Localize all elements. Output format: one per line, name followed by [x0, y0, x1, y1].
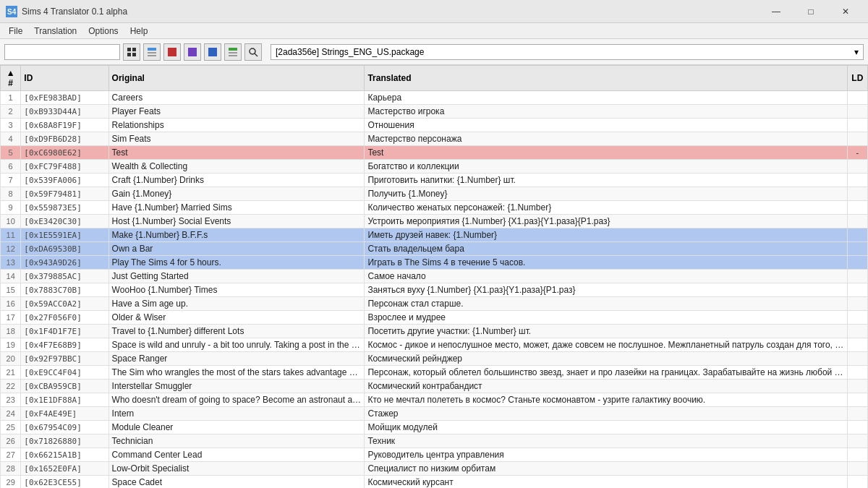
table-body: 1[0xFE983BAD]CareersКарьера2[0xB933D44A]… [1, 91, 868, 489]
table-row[interactable]: 19[0x4F7E68B9]Space is wild and unruly -… [1, 338, 868, 352]
table-row[interactable]: 24[0xF4AE49E]InternСтажер [1, 407, 868, 421]
cell-num: 1 [1, 91, 21, 105]
table-row[interactable]: 6[0xFC79F488]Wealth & CollectingБогатств… [1, 160, 868, 174]
cell-num: 25 [1, 421, 21, 435]
table-row[interactable]: 26[0x71826880]TechnicianТехник [1, 435, 868, 448]
col-header-original[interactable]: Original [109, 66, 365, 91]
table-container[interactable]: ▲ # ID Original Translated LD 1[0xFE983B… [0, 65, 868, 488]
table-row[interactable]: 13[0x943A9D26]Play The Sims 4 for 5 hour… [1, 256, 868, 270]
toolbar-btn-3[interactable] [163, 43, 181, 61]
cell-translated: Карьера [365, 91, 847, 105]
cell-ld [847, 338, 867, 352]
cell-ld [847, 325, 867, 338]
table-row[interactable]: 17[0x27F056F0]Older & WiserВзрослее и му… [1, 311, 868, 325]
cell-id: [0x62E3CE55] [21, 476, 109, 489]
cell-translated: Космический курсант [365, 476, 847, 489]
table-row[interactable]: 12[0xDA69530B]Own a BarСтать владельцем … [1, 242, 868, 256]
table-row[interactable]: 16[0x59ACC0A2]Have a Sim age up.Персонаж… [1, 297, 868, 311]
table-row[interactable]: 10[0xE3420C30]Host {1.Number} Social Eve… [1, 215, 868, 228]
table-row[interactable]: 28[0x1652E0FA]Low-Orbit SpecialistСпециа… [1, 462, 868, 476]
cell-id: [0x379885AC] [21, 270, 109, 283]
toolbar-btn-2[interactable] [143, 43, 161, 61]
table-row[interactable]: 2[0xB933D44A]Player FeatsМастерство игро… [1, 105, 868, 119]
table-row[interactable]: 5[0xC6980E62]TestTest- [1, 146, 868, 160]
cell-translated: Иметь друзей навек: {1.Number} [365, 228, 847, 242]
cell-original: Just Getting Started [109, 270, 365, 283]
table-row[interactable]: 15[0x7883C70B]WooHoo {1.Number} TimesЗан… [1, 283, 868, 297]
cell-translated: Играть в The Sims 4 в течение 5 часов. [365, 256, 847, 270]
cell-ld [847, 421, 867, 435]
cell-translated: Космос - дикое и непослушное место, може… [365, 338, 847, 352]
menu-help[interactable]: Help [124, 25, 154, 38]
cell-translated: Самое начало [365, 270, 847, 283]
col-header-id[interactable]: ID [21, 66, 109, 91]
table-row[interactable]: 23[0x1E1DF88A]Who doesn't dream of going… [1, 393, 868, 407]
table-row[interactable]: 22[0xCBA959CB]Interstellar SmugglerКосми… [1, 380, 868, 393]
cell-translated: Богатство и коллекции [365, 160, 847, 174]
menu-file[interactable]: File [3, 25, 28, 38]
svg-rect-12 [229, 48, 237, 51]
cell-translated: Взрослее и мудрее [365, 311, 847, 325]
table-row[interactable]: 8[0x59F79481]Gain {1.Money}Получить {1.M… [1, 187, 868, 201]
table-row[interactable]: 29[0x62E3CE55]Space CadetКосмический кур… [1, 476, 868, 489]
cell-translated: Устроить мероприятия {1.Number} {X1.раз}… [365, 215, 847, 228]
cell-original: Play The Sims 4 for 5 hours. [109, 256, 365, 270]
cell-ld [847, 476, 867, 489]
toolbar-btn-search[interactable] [244, 43, 262, 61]
cell-ld [847, 283, 867, 297]
table-row[interactable]: 1[0xFE983BAD]CareersКарьера [1, 91, 868, 105]
toolbar-btn-4[interactable] [184, 43, 201, 61]
table-row[interactable]: 9[0x559873E5]Have {1.Number} Married Sim… [1, 201, 868, 215]
svg-rect-7 [148, 52, 156, 53]
toolbar-btn-1[interactable] [123, 43, 140, 61]
svg-rect-14 [229, 55, 237, 56]
menu-options[interactable]: Options [82, 25, 124, 38]
cell-original: Have a Sim age up. [109, 297, 365, 311]
col-header-translated[interactable]: Translated [365, 66, 847, 91]
table-row[interactable]: 14[0x379885AC]Just Getting StartedСамое … [1, 270, 868, 283]
cell-id: [0x943A9D26] [21, 256, 109, 270]
cell-id: [0x71826880] [21, 435, 109, 448]
svg-point-15 [250, 48, 255, 54]
cell-id: [0x539FA006] [21, 174, 109, 187]
col-original-label: Original [112, 73, 145, 83]
app-icon: S4 [6, 6, 17, 17]
minimize-button[interactable]: — [760, 1, 793, 22]
cell-id: [0xD9FB6D28] [21, 132, 109, 146]
table-row[interactable]: 3[0x68A8F19F]RelationshipsОтношения [1, 119, 868, 132]
title-bar-controls: — □ ✕ [760, 1, 862, 22]
cell-ld [847, 270, 867, 283]
cell-ld [847, 311, 867, 325]
cell-id: [0x67954C09] [21, 421, 109, 435]
data-table: ▲ # ID Original Translated LD 1[0xFE983B… [0, 65, 868, 488]
cell-ld [847, 242, 867, 256]
file-dropdown[interactable]: [2ada356e] Strings_ENG_US.package ▾ [271, 44, 864, 60]
cell-id: [0x59F79481] [21, 187, 109, 201]
cell-ld [847, 187, 867, 201]
table-row[interactable]: 27[0x66215A1B]Command Center LeadРуковод… [1, 448, 868, 462]
col-header-ld[interactable]: LD [847, 66, 867, 91]
toolbar-btn-6[interactable] [224, 43, 242, 61]
table-row[interactable]: 4[0xD9FB6D28]Sim FeatsМастерство персона… [1, 132, 868, 146]
search-input[interactable] [4, 44, 120, 60]
table-row[interactable]: 18[0x1F4D1F7E]Travel to {1.Number} diffe… [1, 325, 868, 338]
close-button[interactable]: ✕ [829, 1, 862, 22]
cell-ld [847, 448, 867, 462]
table-row[interactable]: 20[0x92F97BBC]Space RangerКосмический ре… [1, 352, 868, 366]
col-header-num[interactable]: ▲ # [1, 66, 21, 91]
cell-original: Gain {1.Money} [109, 187, 365, 201]
cell-original: Older & Wiser [109, 311, 365, 325]
cell-id: [0xE3420C30] [21, 215, 109, 228]
table-row[interactable]: 25[0x67954C09]Module CleanerМойщик модул… [1, 421, 868, 435]
cell-ld [847, 228, 867, 242]
maximize-button[interactable]: □ [794, 1, 827, 22]
table-row[interactable]: 11[0x1E5591EA]Make {1.Number} B.F.F.sИме… [1, 228, 868, 242]
svg-rect-13 [229, 52, 237, 53]
table-row[interactable]: 7[0x539FA006]Craft {1.Number} DrinksПриг… [1, 174, 868, 187]
cell-original: Space Ranger [109, 352, 365, 366]
table-row[interactable]: 21[0xE9CC4F04]The Sim who wrangles the m… [1, 366, 868, 380]
toolbar-btn-5[interactable] [204, 43, 221, 61]
cell-translated: Количество женатых персонажей: {1.Number… [365, 201, 847, 215]
cell-num: 12 [1, 242, 21, 256]
menu-translation[interactable]: Translation [28, 25, 82, 38]
